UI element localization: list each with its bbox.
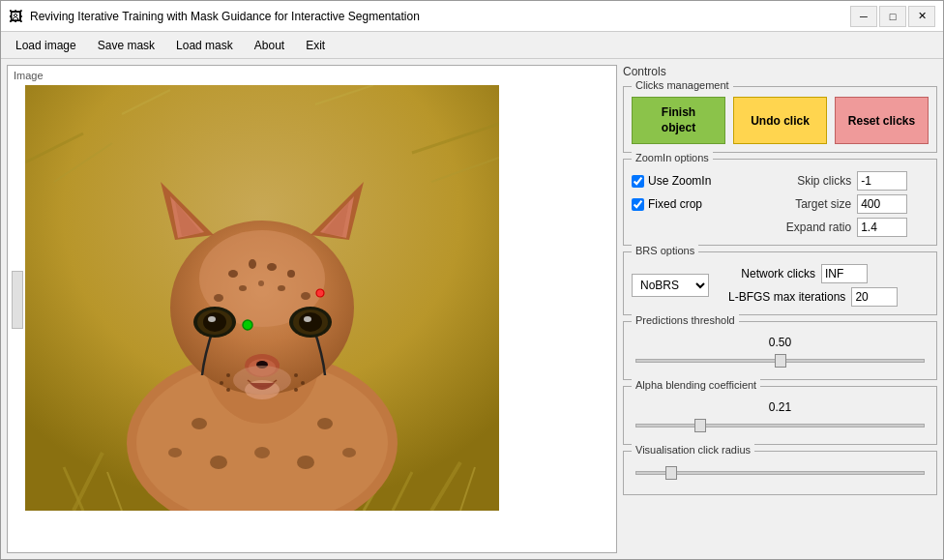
target-size-input[interactable]	[857, 194, 907, 214]
svg-point-40	[304, 316, 311, 322]
use-zoomin-label[interactable]: Use ZoomIn	[632, 174, 732, 188]
svg-point-54	[210, 456, 227, 469]
svg-point-50	[301, 381, 305, 385]
network-clicks-row: Network clicks	[728, 264, 898, 283]
svg-point-36	[208, 316, 216, 322]
network-clicks-label: Network clicks	[728, 267, 815, 280]
svg-point-57	[168, 448, 182, 457]
svg-point-32	[258, 280, 264, 286]
svg-point-28	[214, 294, 223, 302]
lbfgs-label: L-BFGS max iterations	[728, 290, 845, 304]
svg-point-35	[203, 312, 226, 332]
svg-point-27	[278, 285, 285, 291]
zoomin-options-title: ZoomIn options	[632, 152, 713, 163]
predictions-threshold-section: 0.50	[632, 328, 929, 371]
alpha-blending-value: 0.21	[632, 400, 929, 414]
title-bar-controls: ─ □ ✕	[850, 6, 935, 27]
svg-point-25	[287, 270, 295, 278]
menu-bar: Load image Save mask Load mask About Exi…	[1, 32, 943, 59]
image-container	[12, 85, 612, 548]
expand-ratio-label: Expand ratio	[765, 221, 851, 234]
skip-clicks-input[interactable]	[857, 171, 907, 191]
svg-point-53	[317, 418, 333, 429]
main-window: 🖼 Reviving Iterative Training with Mask …	[0, 0, 944, 560]
svg-point-49	[294, 373, 298, 377]
svg-point-22	[228, 270, 238, 278]
svg-point-48	[226, 388, 230, 392]
expand-ratio-input[interactable]	[857, 218, 907, 237]
menu-exit[interactable]: Exit	[295, 34, 336, 57]
fixed-crop-checkbox[interactable]	[632, 198, 644, 211]
cheetah-image[interactable]	[25, 85, 499, 511]
menu-load-mask[interactable]: Load mask	[165, 34, 244, 57]
alpha-blending-slider[interactable]	[635, 418, 925, 433]
brs-select[interactable]: NoBRS GBRS iBRS	[632, 274, 709, 297]
vis-click-radius-slider[interactable]	[635, 465, 925, 481]
lbfgs-row: L-BFGS max iterations	[728, 287, 898, 307]
lbfgs-input[interactable]	[851, 287, 898, 307]
predictions-threshold-value: 0.50	[632, 336, 929, 349]
svg-point-47	[220, 381, 223, 385]
vis-click-radius-group: Visualisation click radius	[623, 451, 937, 495]
svg-point-56	[254, 447, 270, 458]
use-zoomin-checkbox[interactable]	[632, 175, 644, 188]
svg-point-58	[342, 448, 356, 457]
window-icon: 🖼	[9, 9, 22, 24]
brs-options-title: BRS options	[632, 245, 698, 256]
zoomin-options-group: ZoomIn options Use ZoomIn Skip clicks Fi…	[623, 159, 937, 246]
skip-clicks-label: Skip clicks	[765, 174, 851, 188]
svg-point-26	[239, 285, 247, 291]
svg-point-24	[267, 263, 277, 271]
target-size-label: Target size	[765, 197, 851, 211]
brs-select-container: NoBRS GBRS iBRS	[632, 274, 709, 297]
vis-click-radius-section	[632, 457, 929, 486]
svg-point-55	[297, 456, 314, 469]
brs-options-content: NoBRS GBRS iBRS Network clicks L-BFGS ma…	[632, 258, 929, 307]
minimize-button[interactable]: ─	[850, 6, 877, 27]
brs-options-group: BRS options NoBRS GBRS iBRS Network clic…	[623, 251, 937, 315]
controls-panel: Controls Clicks management Finish object…	[623, 65, 937, 553]
content-area: Image	[1, 59, 943, 559]
predictions-threshold-slider[interactable]	[635, 353, 925, 368]
close-button[interactable]: ✕	[908, 6, 935, 27]
vis-click-radius-slider-container	[632, 465, 929, 484]
predictions-threshold-slider-container	[632, 353, 929, 371]
clicks-management-group: Clicks management Finish object Undo cli…	[623, 86, 937, 153]
alpha-blending-title: Alpha blending coefficient	[632, 379, 760, 391]
title-bar: 🖼 Reviving Iterative Training with Mask …	[1, 1, 943, 32]
scrollbar-left[interactable]	[12, 271, 23, 329]
controls-title: Controls	[623, 65, 937, 78]
fixed-crop-label[interactable]: Fixed crop	[632, 197, 732, 211]
svg-point-29	[301, 292, 310, 300]
image-panel: Image	[7, 65, 617, 553]
network-clicks-input[interactable]	[821, 264, 868, 283]
menu-load-image[interactable]: Load image	[5, 34, 87, 57]
zoomin-grid: Use ZoomIn Skip clicks Fixed crop Target…	[632, 165, 929, 237]
brs-right: Network clicks L-BFGS max iterations	[728, 264, 898, 307]
image-panel-title: Image	[12, 70, 612, 81]
reset-clicks-button[interactable]: Reset clicks	[835, 97, 929, 144]
vis-click-radius-title: Visualisation click radius	[632, 444, 754, 456]
predictions-threshold-title: Predictions threshold	[632, 314, 739, 326]
window-title: Reviving Iterative Training with Mask Gu…	[30, 10, 842, 23]
svg-point-23	[249, 259, 256, 269]
alpha-blending-slider-container	[632, 418, 929, 436]
clicks-management-buttons: Finish object Undo click Reset clicks	[632, 93, 929, 144]
alpha-blending-section: 0.21	[632, 393, 929, 436]
menu-about[interactable]: About	[244, 34, 295, 57]
predictions-threshold-group: Predictions threshold 0.50	[623, 321, 937, 380]
cheetah-svg	[25, 85, 499, 511]
finish-object-button[interactable]: Finish object	[632, 97, 725, 144]
svg-point-59	[243, 320, 252, 330]
clicks-management-title: Clicks management	[632, 79, 733, 91]
alpha-blending-group: Alpha blending coefficient 0.21	[623, 386, 937, 445]
maximize-button[interactable]: □	[879, 6, 906, 27]
svg-point-51	[294, 388, 298, 392]
menu-save-mask[interactable]: Save mask	[87, 34, 165, 57]
svg-point-46	[226, 373, 230, 377]
undo-click-button[interactable]: Undo click	[733, 97, 827, 144]
svg-point-39	[299, 312, 322, 332]
svg-point-52	[192, 418, 207, 429]
svg-point-60	[316, 289, 324, 297]
